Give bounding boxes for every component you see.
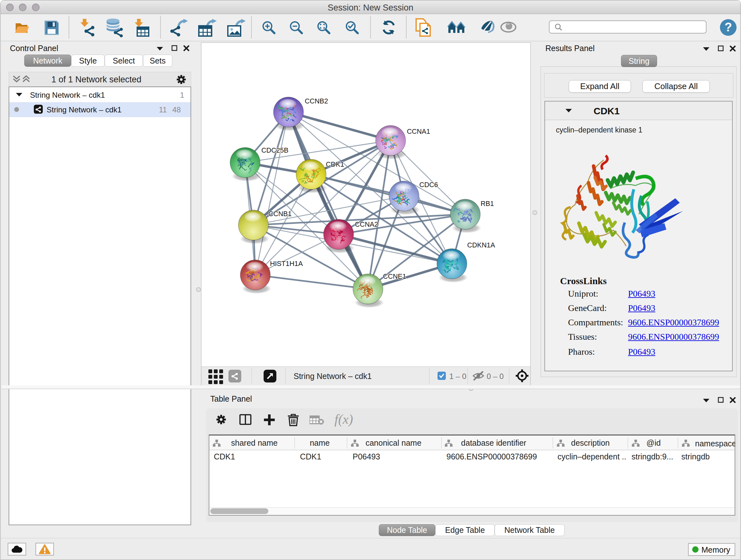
svg-text:CCNB1: CCNB1 (268, 210, 292, 218)
svg-text:CDC6: CDC6 (419, 181, 438, 189)
svg-text:CDC25B: CDC25B (261, 146, 288, 154)
svg-text:CDKN1A: CDKN1A (467, 241, 495, 249)
svg-text:RB1: RB1 (481, 200, 494, 207)
svg-text:CDK1: CDK1 (326, 161, 344, 168)
svg-text:CCNA1: CCNA1 (407, 128, 430, 135)
svg-text:CCNE1: CCNE1 (383, 273, 406, 280)
svg-text:HIST1H1A: HIST1H1A (270, 260, 303, 267)
svg-text:CCNA2: CCNA2 (355, 221, 378, 228)
svg-text:CCNB2: CCNB2 (305, 98, 328, 105)
svg-text:?: ? (724, 20, 732, 34)
